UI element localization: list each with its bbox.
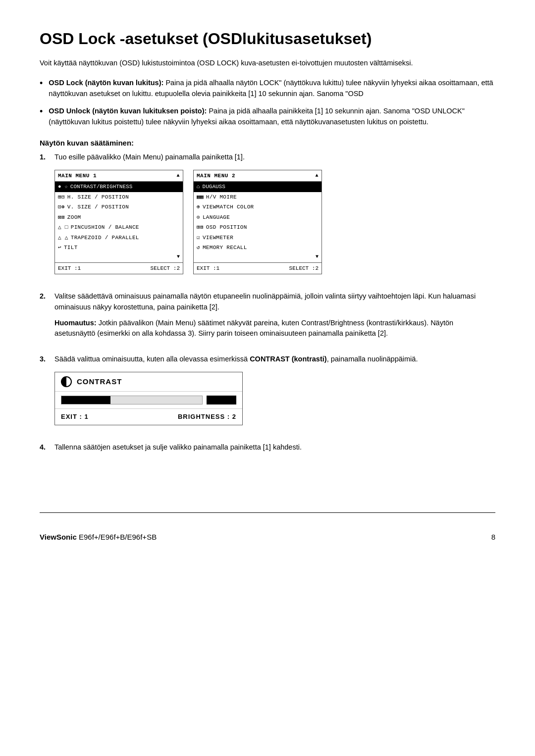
menu2-item-5-label: VIEWMETER	[203, 234, 233, 242]
contrast-footer: EXIT : 1 BRIGHTNESS : 2	[55, 408, 242, 425]
contrast-header: CONTRAST	[55, 372, 242, 392]
bullet-label-2: OSD Unlock (näytön kuvan lukituksen pois…	[49, 107, 207, 115]
contrast-exit: EXIT : 1	[61, 412, 89, 422]
step-2-num: 2.	[40, 291, 49, 302]
step-3-text-post: , painamalla nuolinäppäimiä.	[327, 355, 418, 363]
menu1-item-6-icon: ↩	[58, 244, 61, 252]
steps-list: 1. Tuo esille päävalikko (Main Menu) pai…	[40, 152, 495, 453]
menu2-header: MAIN MENU 2 ▲	[194, 170, 321, 182]
menu1-arrow-down: ▼	[55, 253, 183, 260]
menu2-select: SELECT :2	[289, 264, 319, 273]
menu2-item-6-icon: ↺	[197, 244, 200, 252]
menu2-footer: EXIT :1 SELECT :2	[194, 262, 321, 274]
menu2-item-4-icon: ⊞⊞	[197, 223, 204, 232]
contrast-box-wrapper: CONTRAST EXIT : 1 BRIGHTNESS : 2	[54, 372, 495, 425]
menu2-arrow-down: ▼	[194, 253, 321, 260]
note-text: Jotkin päävalikon (Main Menu) säätimet n…	[54, 319, 453, 338]
step-2-text: Valitse säädettävä ominaisuus painamalla…	[54, 291, 495, 313]
menu1-item-2: ⊡⊛ V. SIZE / POSITION	[55, 202, 183, 212]
step-4-num: 4.	[40, 442, 49, 453]
bullet-content-1: OSD Lock (näytön kuvan lukitus): Paina j…	[49, 78, 495, 100]
menu1-item-1: ⊞⊟ H. SIZE / POSITION	[55, 192, 183, 202]
contrast-title: CONTRAST	[77, 376, 122, 388]
menu1-item-6: ↩ TILT	[55, 243, 183, 253]
menu2-item-3-label: LANGUAGE	[203, 213, 230, 222]
menu2-item-6: ↺ MEMORY RECALL	[194, 243, 321, 253]
menu2-item-6-label: MEMORY RECALL	[203, 244, 247, 252]
footer-brand-model: ViewSonic E96f+/E96f+B/E96f+SB	[40, 533, 157, 541]
contrast-icon	[61, 376, 72, 387]
page-title: OSD Lock -asetukset (OSDlukitusasetukset…	[40, 30, 495, 48]
step-4-text: Tallenna säätöjen asetukset ja sulje val…	[54, 443, 302, 451]
bullet-label-1: OSD Lock (näytön kuvan lukitus):	[49, 79, 163, 87]
menu2-item-2-label: VIEWMATCH COLOR	[203, 203, 254, 211]
bullet-list: OSD Lock (näytön kuvan lukitus): Paina j…	[40, 78, 495, 128]
menu1-arrow-up: ▲	[176, 172, 180, 179]
menu1-item-4-label: PINCUSHION / BALANCE	[71, 223, 139, 232]
menu2-item-5-icon: ☑	[197, 234, 200, 242]
menu2-highlight-icon: ⌂	[197, 183, 200, 191]
menu1-item-4-icon: △ □	[58, 223, 68, 232]
menu1-item-1-label: H. SIZE / POSITION	[67, 193, 129, 202]
step-3: 3. Säädä valittua ominaisuutta, kuten al…	[40, 354, 495, 432]
contrast-bar-fill	[61, 396, 110, 404]
menu1-footer: EXIT :1 SELECT :2	[55, 262, 183, 274]
menu2-item-3-icon: ⊙	[197, 213, 200, 222]
page-footer: ViewSonic E96f+/E96f+B/E96f+SB 8	[40, 512, 495, 541]
main-menu-1: MAIN MENU 1 ▲ ● ☆ CONTRAST/BRIGHTNESS ⊞⊟…	[54, 170, 183, 275]
menus-row: MAIN MENU 1 ▲ ● ☆ CONTRAST/BRIGHTNESS ⊞⊟…	[54, 170, 495, 275]
menu1-item-5-icon: △ △	[58, 234, 68, 242]
menu1-header: MAIN MENU 1 ▲	[55, 170, 183, 182]
step-4: 4. Tallenna säätöjen asetukset ja sulje …	[40, 442, 495, 453]
contrast-bar-row	[55, 392, 242, 408]
contrast-display-box: CONTRAST EXIT : 1 BRIGHTNESS : 2	[54, 372, 243, 425]
step-1: 1. Tuo esille päävalikko (Main Menu) pai…	[40, 152, 495, 281]
step-3-content: Säädä valittua ominaisuutta, kuten alla …	[54, 354, 495, 432]
menu2-item-2: ⊕ VIEWMATCH COLOR	[194, 202, 321, 212]
menu2-highlight: ⌂ DUGAUSS	[194, 182, 321, 192]
menu1-item-1-icon: ⊞⊟	[58, 193, 65, 202]
contrast-bar-background	[61, 396, 203, 404]
menu2-item-1-label: H/V MOIRE	[206, 193, 237, 202]
step-4-content: Tallenna säätöjen asetukset ja sulje val…	[54, 442, 495, 453]
footer-brand: ViewSonic	[40, 533, 77, 541]
menu2-title: MAIN MENU 2	[197, 172, 235, 180]
menu1-item-4: △ □ PINCUSHION / BALANCE	[55, 222, 183, 233]
menu1-highlight: ● ☆ CONTRAST/BRIGHTNESS	[55, 182, 183, 192]
menu2-item-4: ⊞⊞ OSD POSITION	[194, 222, 321, 233]
menu1-exit: EXIT :1	[58, 264, 81, 273]
bullet-item-2: OSD Unlock (näytön kuvan lukituksen pois…	[40, 106, 495, 128]
menu2-item-1-icon: ▦▦	[197, 193, 204, 202]
step-2: 2. Valitse säädettävä ominaisuus painama…	[40, 291, 495, 344]
section-heading: Näytön kuvan säätäminen:	[40, 139, 495, 147]
menu2-item-1: ▦▦ H/V MOIRE	[194, 192, 321, 202]
step-1-content: Tuo esille päävalikko (Main Menu) painam…	[54, 152, 495, 281]
menu2-arrow-up: ▲	[315, 172, 319, 179]
note-label: Huomautus:	[54, 319, 97, 327]
menu1-title: MAIN MENU 1	[58, 172, 97, 180]
menu1-item-3: ⊠⊠ ZOOM	[55, 212, 183, 223]
menu2-item-3: ⊙ LANGUAGE	[194, 212, 321, 223]
contrast-brightness: BRIGHTNESS : 2	[178, 412, 236, 422]
menu2-exit: EXIT :1	[197, 264, 219, 273]
menu1-item-6-label: TILT	[64, 244, 78, 252]
bullet-item-1: OSD Lock (näytön kuvan lukitus): Paina j…	[40, 78, 495, 100]
menu1-item-2-icon: ⊡⊛	[58, 203, 65, 211]
intro-paragraph: Voit käyttää näyttökuvan (OSD) lukistust…	[40, 58, 495, 69]
menu1-highlight-label: CONTRAST/BRIGHTNESS	[70, 183, 132, 191]
step-3-text-bold: CONTRAST (kontrasti)	[250, 355, 326, 363]
menu1-item-5-label: TRAPEZOID / PARALLEL	[71, 234, 139, 242]
step-2-content: Valitse säädettävä ominaisuus painamalla…	[54, 291, 495, 344]
menu2-item-4-label: OSD POSITION	[206, 223, 247, 232]
footer-page-number: 8	[491, 533, 495, 541]
step-2-note: Huomautus: Jotkin päävalikon (Main Menu)…	[54, 318, 495, 340]
menu1-highlight-icons: ● ☆	[58, 183, 68, 191]
menu2-item-5: ☑ VIEWMETER	[194, 233, 321, 243]
menu2-highlight-label: DUGAUSS	[203, 183, 225, 191]
menu1-item-3-label: ZOOM	[67, 213, 81, 222]
menu1-item-5: △ △ TRAPEZOID / PARALLEL	[55, 233, 183, 243]
footer-model: E96f+/E96f+B/E96f+SB	[79, 533, 157, 541]
menu1-item-3-icon: ⊠⊠	[58, 213, 65, 222]
menu1-select: SELECT :2	[151, 264, 180, 273]
menu2-item-2-icon: ⊕	[197, 203, 200, 211]
